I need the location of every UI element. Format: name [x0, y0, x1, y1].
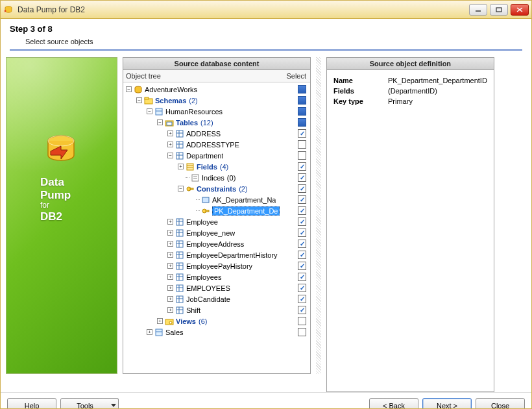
table-icon: [175, 217, 184, 227]
tree-node-schemas[interactable]: − Schemas (2): [126, 95, 308, 106]
tree-node-constraint-selected[interactable]: PK_Department_De: [126, 205, 308, 216]
select-checkbox[interactable]: [298, 96, 306, 105]
node-label: Fields: [197, 163, 217, 171]
tree-node-table[interactable]: + EmployeePayHistory: [126, 260, 308, 271]
maximize-button[interactable]: [490, 4, 508, 16]
tools-button[interactable]: Tools: [60, 398, 110, 409]
expand-icon[interactable]: +: [167, 130, 173, 136]
expand-icon[interactable]: +: [167, 296, 173, 302]
tree-node-table[interactable]: + ADDRESSTYPE: [126, 139, 308, 150]
tree-node-database[interactable]: − AdventureWorks: [126, 84, 308, 95]
tree-node-schema[interactable]: − HumanResources: [126, 106, 308, 117]
svg-rect-63: [156, 329, 162, 336]
tree-node-table[interactable]: + ADDRESS: [126, 128, 308, 139]
expand-icon[interactable]: +: [167, 274, 173, 280]
tree-node-schema[interactable]: + Sales: [126, 327, 308, 338]
select-checkbox[interactable]: [298, 240, 306, 248]
expand-icon[interactable]: +: [167, 252, 173, 258]
expand-icon[interactable]: +: [167, 142, 173, 147]
collapse-icon[interactable]: −: [178, 186, 184, 192]
select-checkbox[interactable]: [298, 306, 306, 314]
tree-node-constraint[interactable]: AK_Department_Na: [126, 194, 308, 205]
node-count: (12): [200, 119, 213, 127]
svg-rect-23: [187, 164, 193, 170]
tree-node-table[interactable]: + EMPLOYEES: [126, 282, 308, 293]
expand-icon[interactable]: +: [157, 318, 163, 324]
object-tree[interactable]: − AdventureWorks − Sc: [123, 82, 310, 373]
tree-node-table[interactable]: + Shift: [126, 304, 308, 316]
collapse-icon[interactable]: −: [126, 86, 132, 92]
expand-icon[interactable]: +: [147, 329, 152, 335]
select-checkbox[interactable]: [298, 162, 306, 171]
node-label: ADDRESS: [186, 130, 221, 138]
node-label: Views: [176, 317, 196, 325]
help-button[interactable]: Help: [7, 398, 56, 409]
select-checkbox[interactable]: [298, 151, 306, 160]
select-checkbox[interactable]: [298, 195, 306, 204]
tree-node-table[interactable]: + EmployeeDepartmentHistory: [126, 249, 308, 260]
splitter[interactable]: [316, 57, 321, 374]
tree-node-table[interactable]: + Employees: [126, 271, 308, 282]
svg-rect-14: [176, 130, 183, 137]
expand-icon[interactable]: +: [167, 230, 173, 236]
select-checkbox[interactable]: [298, 118, 306, 127]
expand-icon[interactable]: +: [178, 164, 184, 169]
select-checkbox[interactable]: [298, 85, 306, 93]
node-label: Constraints: [197, 185, 236, 193]
tree-node-constraints[interactable]: − Constraints (2): [126, 183, 308, 194]
select-checkbox[interactable]: [298, 184, 306, 193]
expand-icon[interactable]: +: [167, 241, 173, 247]
svg-rect-26: [192, 175, 199, 181]
fields-icon: [186, 162, 195, 171]
tree-node-fields[interactable]: + Fields (4): [126, 161, 308, 172]
close-button[interactable]: Close: [476, 398, 525, 409]
next-button[interactable]: Next >: [422, 398, 472, 409]
expand-icon[interactable]: +: [167, 307, 173, 313]
tree-node-table[interactable]: + Employee_new: [126, 227, 308, 238]
node-label: Tables: [176, 119, 198, 127]
tools-dropdown-button[interactable]: [109, 398, 119, 409]
select-checkbox[interactable]: [298, 317, 306, 325]
collapse-icon[interactable]: −: [147, 108, 152, 114]
close-label: Close: [491, 402, 509, 409]
select-checkbox[interactable]: [298, 284, 306, 292]
close-window-button[interactable]: [511, 4, 529, 16]
tree-node-indices[interactable]: Indices (0): [126, 172, 308, 183]
svg-rect-9: [145, 97, 149, 99]
tree-node-table[interactable]: + Employee: [126, 216, 308, 227]
select-checkbox[interactable]: [298, 107, 306, 116]
svg-rect-2: [496, 8, 502, 12]
select-checkbox[interactable]: [298, 206, 306, 215]
node-count: (0): [227, 174, 236, 182]
select-checkbox[interactable]: [298, 295, 306, 303]
tree-node-views[interactable]: + Views (6): [126, 316, 308, 327]
node-label: Shift: [186, 306, 200, 314]
select-checkbox[interactable]: [298, 262, 306, 270]
expand-icon[interactable]: +: [167, 263, 173, 269]
banner-line2: Pump: [40, 189, 71, 202]
svg-rect-58: [176, 307, 183, 314]
def-name-value: PK_Department_DepartmentID: [388, 77, 487, 84]
expand-icon[interactable]: +: [167, 219, 173, 225]
svg-rect-20: [176, 153, 183, 159]
tree-node-tables[interactable]: − Tables (12): [126, 117, 308, 128]
collapse-icon[interactable]: −: [157, 119, 163, 125]
collapse-icon[interactable]: −: [136, 97, 142, 103]
minimize-button[interactable]: [469, 4, 487, 16]
def-fields-value: (DepartmentID): [388, 87, 437, 95]
expand-icon[interactable]: +: [167, 285, 173, 291]
node-label: EMPLOYEES: [186, 284, 230, 292]
select-checkbox[interactable]: [298, 328, 306, 336]
select-checkbox[interactable]: [298, 273, 306, 281]
tree-node-table[interactable]: + EmployeeAddress: [126, 238, 308, 249]
select-checkbox[interactable]: [298, 140, 306, 149]
back-button[interactable]: < Back: [369, 398, 418, 409]
tree-node-table[interactable]: − Department: [126, 150, 308, 161]
select-checkbox[interactable]: [298, 173, 306, 182]
collapse-icon[interactable]: −: [167, 153, 173, 158]
select-checkbox[interactable]: [298, 217, 306, 226]
select-checkbox[interactable]: [298, 229, 306, 237]
tree-node-table[interactable]: + JobCandidate: [126, 293, 308, 304]
select-checkbox[interactable]: [298, 129, 306, 138]
select-checkbox[interactable]: [298, 251, 306, 259]
